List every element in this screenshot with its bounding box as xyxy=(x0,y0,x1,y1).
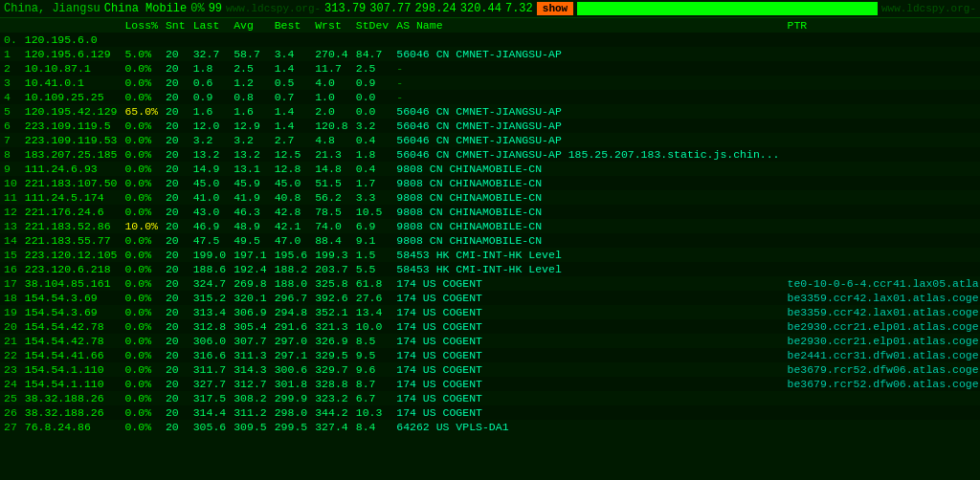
cell-5 xyxy=(230,33,271,47)
cell-9: 174 US COGENT xyxy=(392,391,783,405)
cell-6: 299.5 xyxy=(271,420,312,434)
cell-0: 13 xyxy=(0,219,21,233)
cell-10: be3359.ccr42.lax01.atlas.coge... xyxy=(784,305,980,319)
cell-2: 0.0% xyxy=(121,233,162,248)
cell-2 xyxy=(121,33,162,47)
cell-3: 20 xyxy=(162,219,189,233)
cell-8: 9.6 xyxy=(352,362,393,377)
table-row: 24154.54.1.1100.0%20327.7312.7301.8328.8… xyxy=(0,377,980,391)
worst-value: 320.44 xyxy=(460,2,501,15)
cell-7: 328.8 xyxy=(311,377,352,391)
cell-2: 0.0% xyxy=(121,377,162,391)
cell-7: 327.4 xyxy=(311,420,352,434)
cell-10: be2930.ccr21.elp01.atlas.coge... xyxy=(784,319,980,334)
col-hop xyxy=(0,18,21,33)
cell-6: 47.0 xyxy=(271,233,312,248)
show-button[interactable]: show xyxy=(537,2,573,15)
cell-8: 8.5 xyxy=(352,334,393,348)
stddev-value: 7.32 xyxy=(505,2,533,15)
cell-5: 307.7 xyxy=(230,334,271,348)
cell-7: 1.0 xyxy=(311,90,352,104)
table-row: 13221.183.52.8610.0%2046.948.942.174.06.… xyxy=(0,219,980,233)
cell-9: 9808 CN CHINAMOBILE-CN xyxy=(392,233,783,248)
table-row: 210.10.87.10.0%201.82.51.411.72.5- xyxy=(0,61,980,76)
column-headers: Loss% Snt Last Avg Best Wrst StDev AS Na… xyxy=(0,18,980,33)
cell-6: 188.0 xyxy=(271,276,312,291)
cell-6: 297.0 xyxy=(271,334,312,348)
table-row: 23154.54.1.1100.0%20311.7314.3300.6329.7… xyxy=(0,362,980,377)
cell-6: 188.2 xyxy=(271,262,312,276)
cell-3: 20 xyxy=(162,205,189,219)
cell-8: 6.7 xyxy=(352,391,393,405)
cell-3: 20 xyxy=(162,262,189,276)
cell-2: 0.0% xyxy=(121,119,162,133)
cell-0: 7 xyxy=(0,133,21,147)
cell-2: 0.0% xyxy=(121,276,162,291)
cell-2: 0.0% xyxy=(121,348,162,362)
table-row: 310.41.0.10.0%200.61.20.54.00.9- xyxy=(0,76,980,90)
cell-6: 2.7 xyxy=(271,133,312,147)
cell-7: 325.8 xyxy=(311,276,352,291)
cell-2: 0.0% xyxy=(121,76,162,90)
cell-1: 221.183.52.86 xyxy=(21,219,122,233)
cell-3: 20 xyxy=(162,176,189,190)
cell-2: 0.0% xyxy=(121,162,162,176)
cell-6: 42.8 xyxy=(271,205,312,219)
cell-4: 199.0 xyxy=(189,248,231,262)
cell-2: 0.0% xyxy=(121,147,162,162)
cell-5: 13.1 xyxy=(230,162,271,176)
table-row: 8183.207.25.1850.0%2013.213.212.521.31.8… xyxy=(0,147,980,162)
cell-1: 223.109.119.53 xyxy=(21,133,122,147)
table-row: 2776.8.24.860.0%20305.6309.5299.5327.48.… xyxy=(0,420,980,434)
cell-1: 154.54.41.66 xyxy=(21,348,122,362)
cell-7: 51.5 xyxy=(311,176,352,190)
cell-9: 64262 US VPLS-DA1 xyxy=(392,420,783,434)
cell-4: 0.9 xyxy=(189,90,231,104)
cell-4: 327.7 xyxy=(189,377,231,391)
cell-2: 0.0% xyxy=(121,176,162,190)
cell-8: 13.4 xyxy=(352,305,393,319)
cell-3: 20 xyxy=(162,305,189,319)
cell-6: 1.4 xyxy=(271,119,312,133)
cell-2: 0.0% xyxy=(121,133,162,147)
cell-6: 40.8 xyxy=(271,190,312,205)
cell-9: 174 US COGENT xyxy=(392,405,783,420)
cell-10 xyxy=(784,262,980,276)
cell-9: 58453 HK CMI-INT-HK Level xyxy=(392,248,783,262)
cell-10: be3679.rcr52.dfw06.atlas.coge... xyxy=(784,377,980,391)
cell-5: 45.9 xyxy=(230,176,271,190)
cell-10: be3359.ccr42.lax01.atlas.coge... xyxy=(784,291,980,305)
cell-6: 195.6 xyxy=(271,248,312,262)
cell-5: 13.2 xyxy=(230,147,271,162)
cell-10 xyxy=(784,76,980,90)
cell-8: 0.9 xyxy=(352,76,393,90)
cell-3: 20 xyxy=(162,291,189,305)
cell-6: 291.6 xyxy=(271,319,312,334)
cell-0: 10 xyxy=(0,176,21,190)
loss-label: 0% xyxy=(190,2,204,15)
cell-5: 41.9 xyxy=(230,190,271,205)
cell-6: 297.1 xyxy=(271,348,312,362)
cell-7: 326.9 xyxy=(311,334,352,348)
cell-5: 46.3 xyxy=(230,205,271,219)
cell-3: 20 xyxy=(162,133,189,147)
cell-7: 329.7 xyxy=(311,362,352,377)
cell-0: 23 xyxy=(0,362,21,377)
table-row: 21154.54.42.780.0%20306.0307.7297.0326.9… xyxy=(0,334,980,348)
cell-3: 20 xyxy=(162,276,189,291)
cell-3: 20 xyxy=(162,391,189,405)
table-row: 1738.104.85.1610.0%20324.7269.8188.0325.… xyxy=(0,276,980,291)
cell-8: 10.0 xyxy=(352,319,393,334)
cell-4: 0.6 xyxy=(189,76,231,90)
cell-6 xyxy=(271,33,312,47)
cell-0: 22 xyxy=(0,348,21,362)
cell-3: 20 xyxy=(162,190,189,205)
cell-8: 84.7 xyxy=(352,47,393,61)
cell-4: 13.2 xyxy=(189,147,231,162)
table-row: 14221.183.55.770.0%2047.549.547.088.49.1… xyxy=(0,233,980,248)
col-stddev: StDev xyxy=(352,18,393,33)
cell-0: 8 xyxy=(0,147,21,162)
cell-2: 0.0% xyxy=(121,190,162,205)
cell-0: 14 xyxy=(0,233,21,248)
cell-9: 174 US COGENT xyxy=(392,305,783,319)
